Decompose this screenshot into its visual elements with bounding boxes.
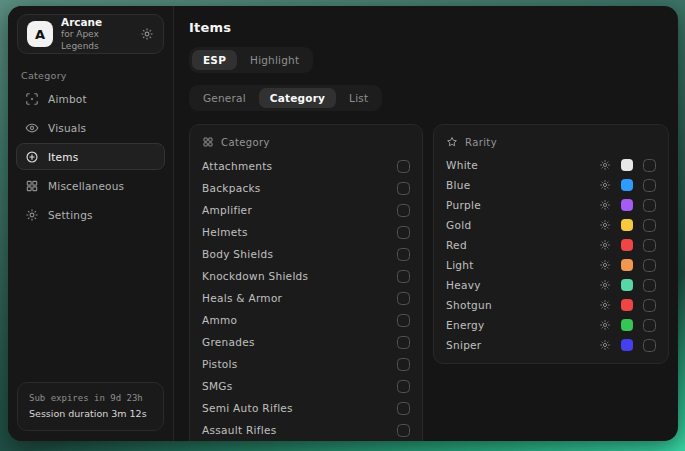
rarity-settings-gear-icon[interactable] (599, 239, 611, 251)
category-row: Helmets (202, 221, 410, 243)
gear-icon[interactable] (140, 27, 154, 41)
rarity-settings-gear-icon[interactable] (599, 259, 611, 271)
sidebar-nav-item[interactable]: Items (16, 143, 165, 170)
rarity-checkbox[interactable] (643, 179, 656, 192)
rarity-checkbox[interactable] (643, 259, 656, 272)
segment-button[interactable]: List (338, 88, 379, 108)
category-checkbox[interactable] (397, 204, 410, 217)
rarity-checkbox[interactable] (643, 299, 656, 312)
sub-expiry-text: Sub expires in 9d 23h (29, 391, 152, 406)
rarity-settings-gear-icon[interactable] (599, 179, 611, 191)
rarity-row-label: Energy (446, 319, 599, 331)
category-row-label: SMGs (202, 380, 397, 392)
rarity-row: Gold (446, 215, 656, 235)
grid-icon (25, 179, 39, 193)
rarity-settings-gear-icon[interactable] (599, 279, 611, 291)
rarity-color-swatch[interactable] (621, 319, 633, 331)
sidebar-nav-item[interactable]: Settings (16, 201, 165, 228)
rarity-settings-gear-icon[interactable] (599, 159, 611, 171)
rarity-row: Purple (446, 195, 656, 215)
page-title: Items (189, 20, 669, 35)
rarity-row-label: Light (446, 259, 599, 271)
rarity-checkbox[interactable] (643, 339, 656, 352)
grid-icon (202, 136, 214, 148)
category-panel-title: Category (221, 137, 270, 148)
rarity-checkbox[interactable] (643, 219, 656, 232)
segment-button[interactable]: ESP (192, 50, 237, 70)
gear-icon (25, 208, 39, 222)
rarity-color-swatch[interactable] (621, 279, 633, 291)
rarity-checkbox[interactable] (643, 199, 656, 212)
sidebar-item-label: Miscellaneous (48, 180, 124, 192)
rarity-row-label: Shotgun (446, 299, 599, 311)
category-checkbox[interactable] (397, 270, 410, 283)
rarity-settings-gear-icon[interactable] (599, 219, 611, 231)
segment-button[interactable]: Category (259, 88, 336, 108)
rarity-row: Shotgun (446, 295, 656, 315)
rarity-row-label: Sniper (446, 339, 599, 351)
rarity-row-label: Blue (446, 179, 599, 191)
category-list: Attachments Backpacks Amplifier Helmets … (202, 155, 410, 441)
rarity-color-swatch[interactable] (621, 339, 633, 351)
rarity-checkbox[interactable] (643, 239, 656, 252)
rarity-color-swatch[interactable] (621, 219, 633, 231)
category-row-label: Heals & Armor (202, 292, 397, 304)
rarity-settings-gear-icon[interactable] (599, 339, 611, 351)
category-panel: Category Attachments Backpacks Amplifier… (189, 124, 423, 441)
rarity-panel: Rarity White Blue Purple Gold Red Light (433, 124, 669, 364)
category-checkbox[interactable] (397, 402, 410, 415)
rarity-checkbox[interactable] (643, 319, 656, 332)
segment-button[interactable]: Highlight (239, 50, 310, 70)
sidebar-nav-item[interactable]: Aimbot (16, 85, 165, 112)
sidebar-section-label: Category (21, 70, 173, 81)
rarity-color-swatch[interactable] (621, 239, 633, 251)
panels-row: Category Attachments Backpacks Amplifier… (189, 124, 669, 441)
rarity-row: Heavy (446, 275, 656, 295)
brand-card: A Arcane for Apex Legends (17, 14, 164, 54)
rarity-color-swatch[interactable] (621, 159, 633, 171)
rarity-row: Red (446, 235, 656, 255)
category-row: Body Shields (202, 243, 410, 265)
rarity-checkbox[interactable] (643, 279, 656, 292)
category-checkbox[interactable] (397, 380, 410, 393)
category-row: Pistols (202, 353, 410, 375)
sidebar-nav-item[interactable]: Miscellaneous (16, 172, 165, 199)
category-checkbox[interactable] (397, 424, 410, 437)
rarity-color-swatch[interactable] (621, 179, 633, 191)
items-tabs: General Category List (189, 85, 382, 111)
category-checkbox[interactable] (397, 314, 410, 327)
rarity-checkbox[interactable] (643, 159, 656, 172)
category-checkbox[interactable] (397, 182, 410, 195)
category-checkbox[interactable] (397, 226, 410, 239)
rarity-color-swatch[interactable] (621, 299, 633, 311)
rarity-row-label: Heavy (446, 279, 599, 291)
rarity-row-label: Red (446, 239, 599, 251)
category-row: Knockdown Shields (202, 265, 410, 287)
category-checkbox[interactable] (397, 358, 410, 371)
sidebar-item-label: Visuals (48, 122, 86, 134)
category-row: Backpacks (202, 177, 410, 199)
rarity-settings-gear-icon[interactable] (599, 299, 611, 311)
rarity-row: Light (446, 255, 656, 275)
eye-icon (25, 121, 39, 135)
category-row-label: Ammo (202, 314, 397, 326)
rarity-list: White Blue Purple Gold Red Light Heavy (446, 155, 656, 355)
category-checkbox[interactable] (397, 292, 410, 305)
category-checkbox[interactable] (397, 336, 410, 349)
category-checkbox[interactable] (397, 248, 410, 261)
rarity-row-label: Purple (446, 199, 599, 211)
session-duration-text: Session duration 3m 12s (29, 406, 152, 422)
rarity-color-swatch[interactable] (621, 259, 633, 271)
category-checkbox[interactable] (397, 160, 410, 173)
segment-button[interactable]: General (192, 88, 257, 108)
rarity-row: White (446, 155, 656, 175)
sidebar: A Arcane for Apex Legends Category Aimbo… (8, 6, 174, 441)
sidebar-nav-item[interactable]: Visuals (16, 114, 165, 141)
rarity-settings-gear-icon[interactable] (599, 319, 611, 331)
rarity-settings-gear-icon[interactable] (599, 199, 611, 211)
viewfinder-icon (25, 92, 39, 106)
rarity-color-swatch[interactable] (621, 199, 633, 211)
brand-subtitle: for Apex Legends (61, 29, 132, 52)
category-row: Assault Rifles (202, 419, 410, 441)
category-row-label: Semi Auto Rifles (202, 402, 397, 414)
